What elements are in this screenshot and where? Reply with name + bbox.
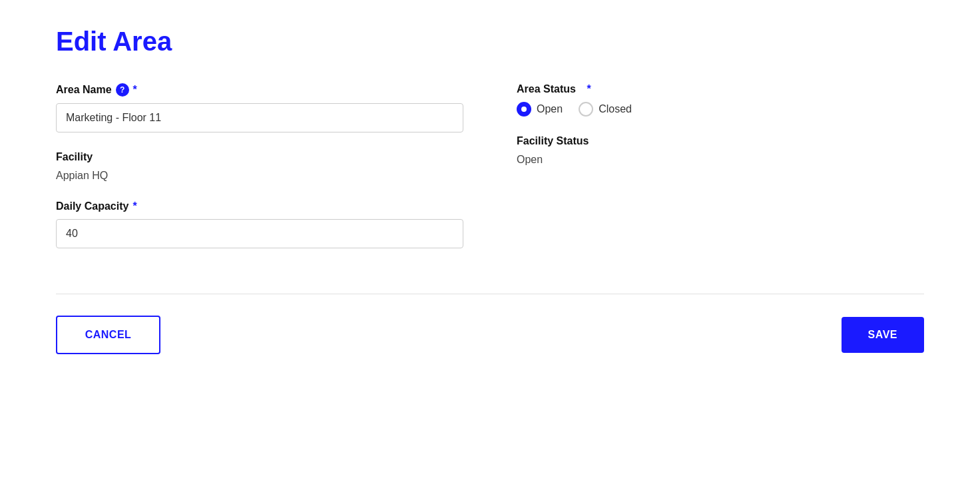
area-name-group: Area Name ?* [56,83,463,132]
save-button[interactable]: SAVE [842,317,924,353]
left-column: Area Name ?* Facility Appian HQ Daily Ca… [56,83,463,267]
facility-group: Facility Appian HQ [56,151,463,182]
radio-open-label: Open [537,103,563,115]
radio-closed-label: Closed [599,103,632,115]
area-status-radio-group: Open Closed [517,102,924,117]
right-column: Area Status * Open Closed Facility Statu… [517,83,924,267]
facility-status-group: Facility Status Open [517,135,924,166]
area-status-group: Area Status * Open Closed [517,83,924,117]
area-status-label-text: Area Status [517,83,576,95]
form-grid: Area Name ?* Facility Appian HQ Daily Ca… [56,83,924,267]
radio-option-closed[interactable]: Closed [579,102,632,117]
area-name-input[interactable] [56,103,463,132]
page-title: Edit Area [56,27,924,57]
facility-status-label: Facility Status [517,135,924,147]
area-name-label-text: Area Name [56,84,112,96]
area-name-label: Area Name ?* [56,83,463,97]
divider [56,294,924,294]
radio-closed-indicator[interactable] [579,102,593,117]
area-status-required: * [587,83,591,95]
button-row: CANCEL SAVE [56,316,924,354]
cancel-button[interactable]: CANCEL [56,316,160,354]
daily-capacity-label-text: Daily Capacity [56,200,128,212]
daily-capacity-input[interactable] [56,219,463,248]
radio-option-open[interactable]: Open [517,102,563,117]
area-name-required: * [133,84,137,96]
facility-value: Appian HQ [56,170,463,182]
radio-open-indicator[interactable] [517,102,531,117]
facility-status-value: Open [517,154,924,166]
help-icon[interactable]: ? [116,83,129,97]
daily-capacity-label: Daily Capacity* [56,200,463,212]
daily-capacity-group: Daily Capacity* [56,200,463,248]
area-status-label: Area Status * [517,83,924,95]
facility-label: Facility [56,151,463,163]
daily-capacity-required: * [132,200,136,212]
